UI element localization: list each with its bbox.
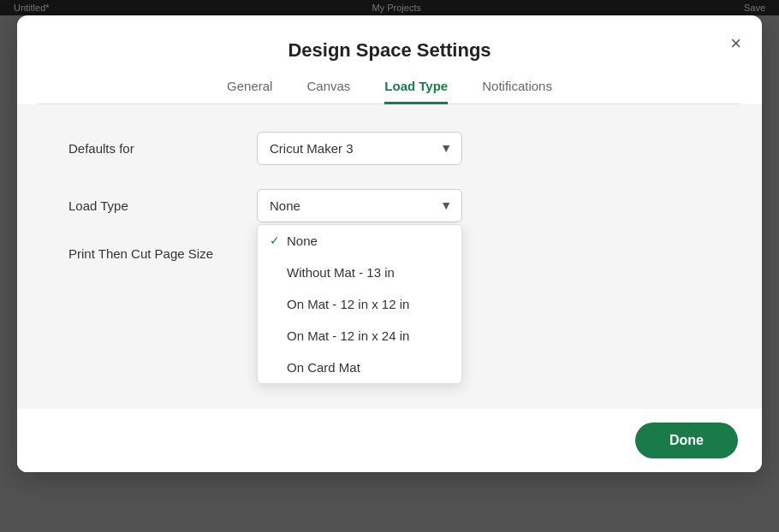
tab-canvas[interactable]: Canvas [306, 79, 350, 104]
check-icon: ✓ [270, 233, 287, 247]
load-type-dropdown: ✓NoneWithout Mat - 13 inOn Mat - 12 in x… [257, 224, 462, 384]
settings-modal: × Design Space Settings GeneralCanvasLoa… [17, 15, 762, 472]
load-type-select-wrapper: None ▼ ✓NoneWithout Mat - 13 inOn Mat - … [257, 189, 462, 222]
dropdown-item-label: On Card Mat [287, 360, 360, 375]
modal-title: Design Space Settings [38, 39, 741, 62]
tab-load-type[interactable]: Load Type [384, 79, 448, 104]
close-icon: × [730, 33, 741, 54]
modal-footer: Done [17, 409, 762, 472]
dropdown-item-none[interactable]: ✓None [258, 225, 461, 257]
tab-general[interactable]: General [227, 79, 272, 104]
defaults-row: Defaults for Cricut Maker 3 ▼ [68, 132, 711, 165]
tab-notifications[interactable]: Notifications [482, 79, 552, 104]
load-type-select[interactable]: None [257, 189, 462, 222]
print-cut-label: Print Then Cut Page Size [68, 246, 257, 261]
load-type-label: Load Type [68, 198, 257, 213]
done-button[interactable]: Done [635, 423, 738, 458]
dropdown-item-on-mat-12x12[interactable]: On Mat - 12 in x 12 in [258, 288, 461, 320]
defaults-label: Defaults for [68, 141, 257, 156]
dropdown-item-on-mat-12x24[interactable]: On Mat - 12 in x 24 in [258, 320, 461, 352]
tab-bar: GeneralCanvasLoad TypeNotifications [38, 79, 741, 104]
close-button[interactable]: × [727, 31, 745, 56]
dropdown-item-on-card-mat[interactable]: On Card Mat [258, 352, 461, 383]
defaults-select[interactable]: Cricut Maker 3 [257, 132, 462, 165]
dropdown-item-label: On Mat - 12 in x 24 in [287, 328, 409, 343]
defaults-select-wrapper: Cricut Maker 3 ▼ [257, 132, 462, 165]
dropdown-item-label: None [287, 233, 318, 248]
modal-header: × Design Space Settings GeneralCanvasLoa… [17, 15, 762, 104]
load-type-row: Load Type None ▼ ✓NoneWithout Mat - 13 i… [68, 189, 711, 222]
dropdown-item-label: On Mat - 12 in x 12 in [287, 297, 409, 311]
dropdown-item-label: Without Mat - 13 in [287, 265, 395, 280]
dropdown-item-without-mat[interactable]: Without Mat - 13 in [258, 257, 461, 288]
